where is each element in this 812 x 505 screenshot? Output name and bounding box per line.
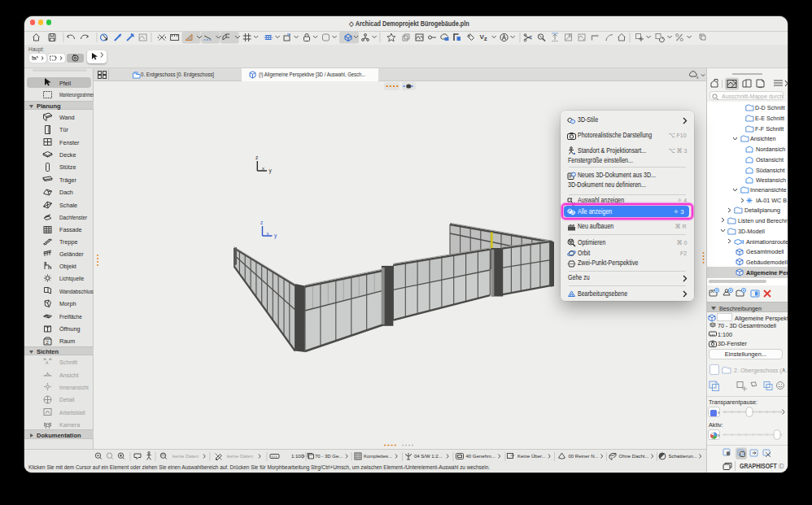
svg-text:x: x bbox=[267, 231, 269, 236]
svg-text:s: s bbox=[696, 75, 699, 80]
svg-text:Vz: Vz bbox=[480, 33, 487, 42]
svg-text:z: z bbox=[255, 155, 258, 160]
svg-text:keine Daten: keine Daten bbox=[227, 454, 253, 459]
svg-text:Schattierun...: Schattierun... bbox=[669, 454, 698, 459]
svg-text:x: x bbox=[262, 166, 264, 171]
svg-text:00 Reiner N...: 00 Reiner N... bbox=[569, 454, 599, 459]
svg-text:z: z bbox=[260, 220, 263, 225]
svg-text:1:100: 1:100 bbox=[291, 454, 304, 459]
svg-text:Ohne Dacht...: Ohne Dacht... bbox=[619, 454, 649, 459]
svg-text:y: y bbox=[274, 233, 277, 239]
svg-text:y: y bbox=[269, 168, 273, 174]
svg-text:Komplettes...: Komplettes... bbox=[364, 454, 392, 459]
svg-text:Keine Über...: Keine Über... bbox=[517, 454, 546, 459]
svg-text:70 - 3D Ge...: 70 - 3D Ge... bbox=[315, 454, 343, 459]
svg-text:Z: Z bbox=[46, 339, 50, 344]
svg-text:A: A bbox=[46, 360, 49, 365]
svg-text:04 S/W 1:2...: 04 S/W 1:2... bbox=[414, 454, 443, 459]
svg-text:40 Genehm...: 40 Genehm... bbox=[466, 454, 496, 459]
svg-text:keine Daten: keine Daten bbox=[172, 454, 199, 459]
